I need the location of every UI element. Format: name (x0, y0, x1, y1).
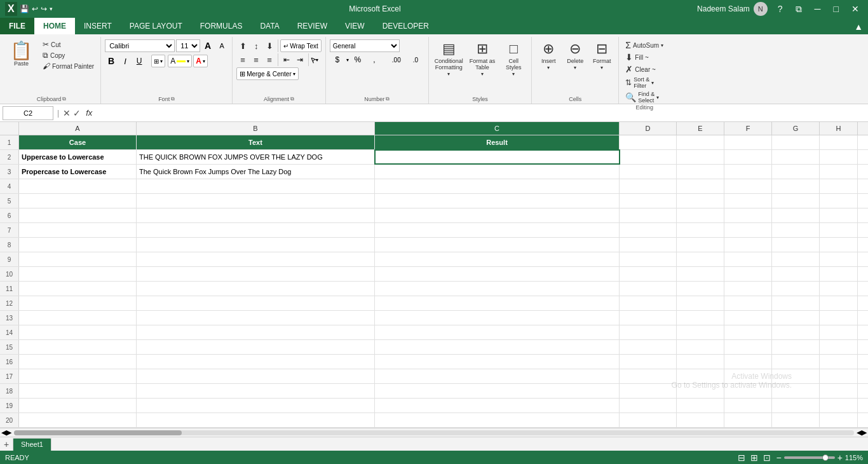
row-number[interactable]: 14 (0, 325, 19, 339)
sheet-tab-sheet1[interactable]: Sheet1 (13, 438, 51, 451)
row-number[interactable]: 9 (0, 252, 19, 266)
grid-cell[interactable] (375, 369, 620, 383)
grid-cell[interactable] (137, 355, 375, 369)
font-name-select[interactable]: Calibri (105, 39, 175, 52)
grid-cell[interactable] (677, 413, 724, 427)
grid-cell[interactable] (19, 238, 137, 252)
autosum-dropdown-icon[interactable]: ▾ (661, 43, 663, 48)
currency-dropdown-icon[interactable]: ▾ (346, 57, 349, 63)
col-header-a[interactable]: A (19, 122, 137, 135)
grid-cell[interactable] (724, 179, 772, 193)
nav-left-icon[interactable]: ◀ (857, 428, 862, 437)
grid-cell[interactable] (820, 369, 858, 383)
grid-cell[interactable] (820, 194, 858, 208)
grid-cell[interactable] (820, 165, 858, 179)
grid-cell[interactable] (620, 135, 677, 149)
align-center-button[interactable]: ≡ (250, 53, 262, 66)
formula-confirm-icon[interactable]: ✓ (73, 108, 81, 118)
grid-cell[interactable] (772, 179, 820, 193)
merge-dropdown-icon[interactable]: ▾ (293, 71, 295, 77)
grid-cell[interactable] (724, 238, 772, 252)
grid-cell[interactable] (375, 296, 620, 310)
fill-button[interactable]: ⬇ Fill ~ (623, 51, 651, 63)
grid-cell[interactable] (677, 165, 724, 179)
zoom-out-icon[interactable]: − (776, 453, 781, 463)
grid-cell[interactable] (772, 282, 820, 296)
find-dropdown-icon[interactable]: ▾ (656, 95, 659, 100)
row-number[interactable]: 6 (0, 208, 19, 222)
font-color-button[interactable]: A ▾ (193, 55, 208, 67)
number-expand-icon[interactable]: ⧉ (386, 96, 390, 102)
grid-cell[interactable] (620, 282, 677, 296)
row-number[interactable]: 5 (0, 194, 19, 208)
grid-cell[interactable] (19, 399, 137, 413)
redo-icon[interactable]: ↪ (41, 4, 47, 13)
grid-cell[interactable] (724, 399, 772, 413)
grid-cell[interactable]: THE QUICK BROWN FOX JUMPS OVER THE LAZY … (137, 150, 375, 164)
insert-button[interactable]: ⊕ Insert ▾ (536, 39, 561, 72)
grid-cell[interactable] (724, 150, 772, 164)
grid-cell[interactable] (620, 208, 677, 222)
grid-cell[interactable] (620, 194, 677, 208)
grid-cell[interactable] (772, 252, 820, 266)
find-select-button[interactable]: 🔍 Find & Select ▾ (623, 90, 661, 104)
format-table-dropdown-icon[interactable]: ▾ (481, 71, 484, 77)
grid-cell[interactable] (375, 413, 620, 427)
grid-cell[interactable] (677, 267, 724, 281)
decrease-font-size-button[interactable]: A (215, 39, 228, 52)
grid-cell[interactable] (137, 267, 375, 281)
grid-cell[interactable] (137, 194, 375, 208)
delete-dropdown-icon[interactable]: ▾ (574, 65, 576, 71)
row-number[interactable]: 3 (0, 165, 19, 179)
grid-cell[interactable]: The Quick Brown Fox Jumps Over The Lazy … (137, 165, 375, 179)
font-size-select[interactable]: 11 (176, 39, 200, 52)
tab-file[interactable]: FILE (0, 18, 34, 34)
grid-cell[interactable] (375, 282, 620, 296)
save-icon[interactable]: 💾 (20, 4, 29, 13)
grid-cell[interactable] (620, 296, 677, 310)
grid-cell[interactable] (677, 296, 724, 310)
grid-cell[interactable] (620, 369, 677, 383)
formula-cancel-icon[interactable]: ✕ (63, 108, 71, 118)
clipboard-expand-icon[interactable]: ⧉ (62, 96, 66, 102)
row-number[interactable]: 13 (0, 311, 19, 325)
scroll-right-icon[interactable]: ▶ (6, 428, 11, 437)
row-number[interactable]: 7 (0, 223, 19, 237)
grid-cell[interactable] (375, 267, 620, 281)
grid-cell[interactable]: Propercase to Lowercase (19, 165, 137, 179)
row-number[interactable]: 18 (0, 384, 19, 398)
scrollbar-thumb[interactable] (14, 430, 182, 435)
align-top-button[interactable]: ⬆ (236, 39, 249, 52)
undo-icon[interactable]: ↩ (32, 4, 38, 13)
row-number[interactable]: 12 (0, 296, 19, 310)
grid-cell[interactable] (724, 340, 772, 354)
nav-right-icon[interactable]: ▶ (862, 428, 867, 437)
grid-cell[interactable] (19, 384, 137, 398)
grid-cell[interactable] (620, 179, 677, 193)
horizontal-scrollbar[interactable]: ◀ ▶ ◀ ▶ (0, 428, 868, 437)
user-avatar[interactable]: N (754, 2, 768, 16)
row-number[interactable]: 15 (0, 340, 19, 354)
grid-cell[interactable] (375, 165, 620, 179)
grid-cell[interactable] (724, 325, 772, 339)
formula-input[interactable] (97, 106, 865, 120)
grid-cell[interactable] (724, 369, 772, 383)
increase-font-size-button[interactable]: A (201, 39, 214, 52)
grid-cell[interactable] (19, 325, 137, 339)
grid-cell[interactable] (820, 238, 858, 252)
percent-button[interactable]: % (350, 53, 365, 66)
grid-cell[interactable] (620, 223, 677, 237)
grid-cell[interactable] (820, 267, 858, 281)
scrollbar-track[interactable] (14, 430, 854, 435)
page-layout-icon[interactable]: ⊟ (738, 453, 745, 463)
zoom-slider[interactable] (784, 456, 835, 459)
fill-color-button[interactable]: A ▾ (168, 55, 192, 67)
grid-cell[interactable] (677, 282, 724, 296)
grid-cell[interactable] (137, 208, 375, 222)
grid-cell[interactable] (375, 252, 620, 266)
grid-cell[interactable] (137, 311, 375, 325)
grid-cell[interactable] (677, 179, 724, 193)
grid-cell[interactable] (620, 150, 677, 164)
grid-cell[interactable]: Result (375, 135, 620, 149)
grid-cell[interactable] (137, 296, 375, 310)
